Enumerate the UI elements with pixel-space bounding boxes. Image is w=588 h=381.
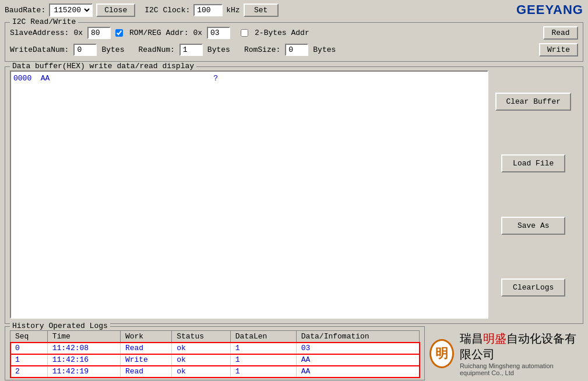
read-num-label: ReadNum: <box>138 45 174 54</box>
data-buffer-title: Data buffer(HEX) write data/read display <box>10 62 196 70</box>
cell-status: ok <box>172 354 231 366</box>
cell-time: 11:42:08 <box>47 343 120 354</box>
set-button[interactable]: Set <box>244 3 279 17</box>
cell-data: AA <box>296 354 419 366</box>
i2c-clock-label: I2C Clock: <box>145 6 190 15</box>
history-logs-group: History Operated Logs Seq Time Work Stat… <box>5 326 425 380</box>
two-bytes-addr-checkbox[interactable] <box>241 29 248 37</box>
rom-reg-addr-input[interactable] <box>207 27 230 39</box>
rom-size-label: RomSize: <box>244 45 280 54</box>
history-logs-title: History Operated Logs <box>10 322 110 330</box>
i2c-rw-title: I2C Read/Write <box>10 17 78 26</box>
cell-datalen: 1 <box>230 354 296 366</box>
clear-logs-button[interactable]: ClearLogs <box>501 278 565 297</box>
cell-status: ok <box>172 366 231 378</box>
col-time: Time <box>47 331 120 343</box>
rom-reg-addr-label: ROM/REG Addr: <box>129 29 188 37</box>
logo-icon-char: 明 <box>435 345 448 362</box>
data-buffer-textarea[interactable]: 0000 AA ? <box>10 70 488 319</box>
table-row: 1 11:42:16 Write ok 1 AA <box>10 354 420 366</box>
write-data-num-input[interactable] <box>73 44 97 56</box>
write-data-num-label: WriteDataNum: <box>10 45 69 54</box>
close-button[interactable]: Close <box>96 3 135 17</box>
col-work: Work <box>120 331 171 343</box>
table-header-row: Seq Time Work Status DataLen Data/Infoma… <box>10 331 420 343</box>
col-seq: Seq <box>10 331 48 343</box>
company-logo: 明 瑞昌明盛自动化设备有限公司 Ruichang Mingsheng autom… <box>425 326 588 381</box>
cell-work: Read <box>120 366 171 378</box>
rom-reg-addr-checkbox[interactable] <box>115 29 123 37</box>
i2c-clock-input[interactable] <box>193 4 223 16</box>
cell-seq: 1 <box>10 354 48 366</box>
table-row: 2 11:42:19 Read ok 1 AA <box>10 366 420 378</box>
table-row: 0 11:42:08 Read ok 1 03 <box>10 343 420 354</box>
two-bytes-addr-label: 2-Bytes Addr <box>255 29 309 37</box>
read-num-unit: Bytes <box>207 45 230 54</box>
rom-size-unit: Bytes <box>313 45 336 54</box>
rom-reg-addr-prefix: 0x <box>193 29 202 37</box>
read-button[interactable]: Read <box>543 26 578 40</box>
slave-address-input[interactable] <box>87 27 111 39</box>
cell-time: 11:42:19 <box>47 366 120 378</box>
cell-data: AA <box>296 366 419 378</box>
i2c-clock-unit: kHz <box>226 6 240 15</box>
cell-work: Write <box>120 354 171 366</box>
save-as-button[interactable]: Save As <box>501 217 565 235</box>
write-data-num-unit: Bytes <box>101 45 124 54</box>
geeyang-logo: GEEYANG <box>516 2 583 17</box>
baudrate-select[interactable]: 115200 <box>49 3 93 17</box>
logo-icon: 明 <box>429 339 454 368</box>
col-status: Status <box>172 331 231 343</box>
company-name-en: Ruichang Mingsheng automation equipment … <box>460 362 583 376</box>
cell-datalen: 1 <box>230 343 296 354</box>
cell-seq: 2 <box>10 366 48 378</box>
load-file-button[interactable]: Load File <box>501 154 565 172</box>
rom-size-input[interactable] <box>285 44 308 56</box>
write-button[interactable]: Write <box>539 43 578 57</box>
cell-seq: 0 <box>10 343 48 354</box>
read-num-input[interactable] <box>179 44 203 56</box>
baudrate-label: BaudRate: <box>5 6 45 15</box>
history-table: Seq Time Work Status DataLen Data/Infoma… <box>10 330 420 378</box>
slave-address-label: SlaveAddress: <box>10 29 69 37</box>
cell-work: Read <box>120 343 171 354</box>
cell-status: ok <box>172 343 231 354</box>
i2c-rw-group: I2C Read/Write SlaveAddress: 0x ROM/REG … <box>5 22 583 62</box>
clear-buffer-button[interactable]: Clear Buffer <box>495 93 571 111</box>
cell-data: 03 <box>296 343 419 354</box>
cell-datalen: 1 <box>230 366 296 378</box>
cell-time: 11:42:16 <box>47 354 120 366</box>
slave-address-prefix: 0x <box>73 29 83 37</box>
data-buffer-group: Data buffer(HEX) write data/read display… <box>5 66 583 324</box>
company-name-block: 瑞昌明盛自动化设备有限公司 Ruichang Mingsheng automat… <box>460 331 583 376</box>
col-datalen: DataLen <box>230 331 296 343</box>
buffer-buttons-panel: Clear Buffer Load File Save As ClearLogs <box>488 70 578 319</box>
company-name-highlight: 明盛 <box>483 332 506 345</box>
company-name-cn: 瑞昌明盛自动化设备有限公司 <box>460 331 583 362</box>
col-data-info: Data/Infomation <box>296 331 419 343</box>
